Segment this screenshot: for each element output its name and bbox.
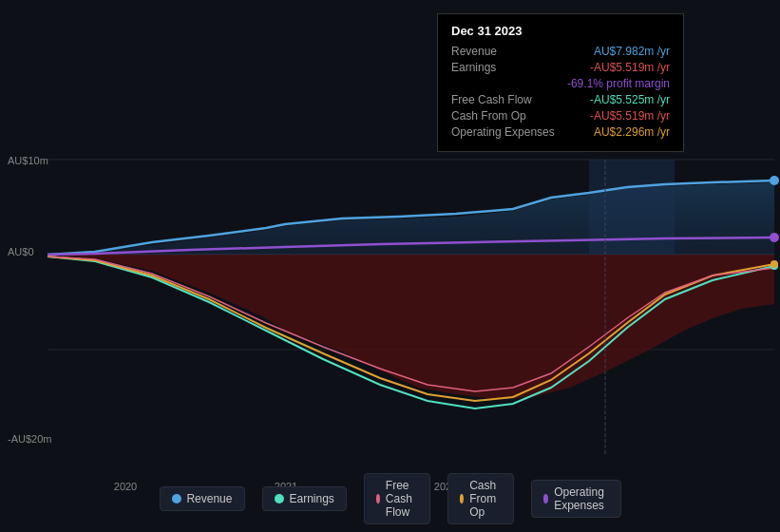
svg-point-6 xyxy=(770,233,779,242)
legend-dot-fcf xyxy=(376,494,380,504)
tooltip-date: Dec 31 2023 xyxy=(451,24,670,38)
tooltip-row-cashop: Cash From Op -AU$5.519m /yr xyxy=(451,109,670,123)
tooltip-label-earnings: Earnings xyxy=(451,61,496,74)
tooltip: Dec 31 2023 Revenue AU$7.982m /yr Earnin… xyxy=(437,13,684,152)
tooltip-row-earnings: Earnings -AU$5.519m /yr xyxy=(451,61,670,74)
legend-dot-revenue xyxy=(171,494,181,504)
legend-fcf[interactable]: Free Cash Flow xyxy=(364,473,430,524)
legend-label-revenue: Revenue xyxy=(186,492,232,505)
legend-dot-cashop xyxy=(460,494,464,504)
tooltip-val-earnings: -AU$5.519m /yr xyxy=(590,61,670,74)
tooltip-row-opex: Operating Expenses AU$2.296m /yr xyxy=(451,125,670,139)
tooltip-val-margin: -69.1% profit margin xyxy=(567,77,670,90)
tooltip-val-revenue: AU$7.982m /yr xyxy=(594,45,670,58)
legend-opex[interactable]: Operating Expenses xyxy=(531,480,621,518)
legend-label-cashop: Cash From Op xyxy=(469,479,502,519)
tooltip-val-fcf: -AU$5.525m /yr xyxy=(590,93,670,106)
legend-cashop[interactable]: Cash From Op xyxy=(447,473,514,524)
tooltip-label-fcf: Free Cash Flow xyxy=(451,93,532,106)
svg-point-8 xyxy=(770,260,778,268)
tooltip-row-fcf: Free Cash Flow -AU$5.525m /yr xyxy=(451,93,670,106)
x-label-2020: 2020 xyxy=(114,481,137,492)
y-label-neg20m: -AU$20m xyxy=(8,433,51,445)
legend-dot-earnings xyxy=(274,494,283,504)
y-label-0: AU$0 xyxy=(8,246,34,257)
legend-label-opex: Operating Expenses xyxy=(554,485,608,512)
tooltip-val-opex: AU$2.296m /yr xyxy=(594,125,670,139)
legend-earnings[interactable]: Earnings xyxy=(261,486,346,511)
tooltip-label-opex: Operating Expenses xyxy=(451,125,555,139)
legend: Revenue Earnings Free Cash Flow Cash Fro… xyxy=(159,473,620,524)
legend-dot-opex xyxy=(543,494,548,504)
tooltip-label-cashop: Cash From Op xyxy=(451,109,526,123)
tooltip-label-revenue: Revenue xyxy=(451,45,497,58)
legend-label-fcf: Free Cash Flow xyxy=(386,479,418,519)
legend-revenue[interactable]: Revenue xyxy=(159,486,244,511)
legend-label-earnings: Earnings xyxy=(289,492,333,505)
tooltip-val-cashop: -AU$5.519m /yr xyxy=(590,109,670,123)
tooltip-row-revenue: Revenue AU$7.982m /yr xyxy=(451,45,670,58)
svg-point-5 xyxy=(770,176,779,185)
tooltip-row-margin: -69.1% profit margin xyxy=(451,77,670,90)
y-label-10m: AU$10m xyxy=(8,155,48,166)
